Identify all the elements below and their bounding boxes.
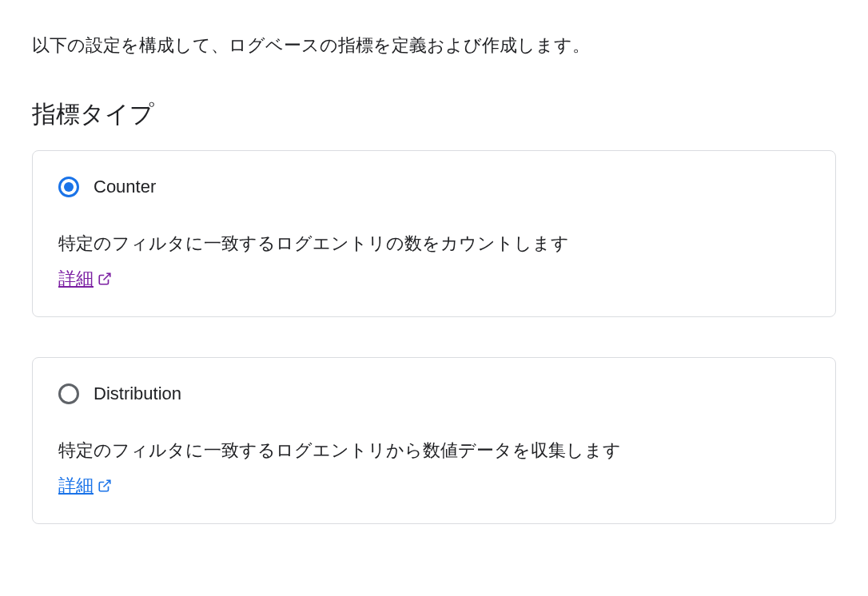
description-distribution: 特定のフィルタに一致するログエントリから数値データを収集します bbox=[58, 436, 810, 464]
radio-label-counter: Counter bbox=[94, 177, 156, 197]
radio-row-distribution[interactable]: Distribution bbox=[58, 383, 810, 404]
link-text-distribution: 詳細 bbox=[58, 474, 94, 498]
link-text-counter: 詳細 bbox=[58, 267, 94, 291]
svg-line-1 bbox=[104, 481, 110, 487]
radio-label-distribution: Distribution bbox=[94, 383, 181, 404]
description-counter: 特定のフィルタに一致するログエントリの数をカウントします bbox=[58, 229, 810, 257]
link-distribution-details[interactable]: 詳細 bbox=[58, 474, 113, 498]
section-title-metric-type: 指標タイプ bbox=[32, 98, 836, 131]
radio-row-counter[interactable]: Counter bbox=[58, 177, 810, 197]
link-counter-details[interactable]: 詳細 bbox=[58, 267, 113, 291]
svg-line-0 bbox=[104, 273, 110, 280]
open-in-new-icon bbox=[97, 271, 113, 287]
option-card-counter[interactable]: Counter 特定のフィルタに一致するログエントリの数をカウントします 詳細 bbox=[32, 150, 836, 317]
intro-text: 以下の設定を構成して、ログベースの指標を定義および作成します。 bbox=[32, 32, 836, 58]
radio-distribution[interactable] bbox=[58, 383, 79, 404]
open-in-new-icon bbox=[97, 478, 113, 494]
radio-counter[interactable] bbox=[58, 177, 79, 197]
option-card-distribution[interactable]: Distribution 特定のフィルタに一致するログエントリから数値データを収… bbox=[32, 357, 836, 524]
